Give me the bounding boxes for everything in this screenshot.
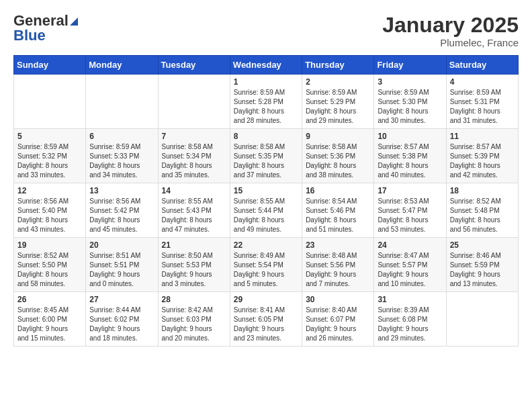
day-number: 7 [162, 132, 226, 141]
weekday-header-saturday: Saturday [446, 56, 518, 75]
day-cell-31: 31Sunrise: 8:39 AM Sunset: 6:08 PM Dayli… [374, 292, 446, 347]
day-number: 28 [162, 295, 226, 304]
day-detail: Sunrise: 8:41 AM Sunset: 6:05 PM Dayligh… [234, 306, 298, 343]
day-number: 4 [450, 77, 515, 87]
day-number: 24 [378, 240, 442, 250]
day-cell-18: 18Sunrise: 8:52 AM Sunset: 5:48 PM Dayli… [446, 183, 518, 238]
day-cell-7: 7Sunrise: 8:58 AM Sunset: 5:34 PM Daylig… [158, 129, 230, 183]
day-number: 12 [17, 186, 82, 195]
week-row-5: 26Sunrise: 8:45 AM Sunset: 6:00 PM Dayli… [14, 292, 519, 347]
day-number: 20 [89, 240, 154, 250]
day-cell-21: 21Sunrise: 8:50 AM Sunset: 5:53 PM Dayli… [158, 238, 230, 292]
day-detail: Sunrise: 8:48 AM Sunset: 5:56 PM Dayligh… [306, 251, 370, 289]
day-number: 22 [234, 240, 298, 250]
logo-general-text: General [13, 13, 69, 28]
week-row-4: 19Sunrise: 8:52 AM Sunset: 5:50 PM Dayli… [14, 238, 519, 292]
empty-cell [158, 75, 230, 129]
day-cell-9: 9Sunrise: 8:58 AM Sunset: 5:36 PM Daylig… [302, 129, 374, 183]
week-row-1: 1Sunrise: 8:59 AM Sunset: 5:28 PM Daylig… [14, 75, 519, 129]
day-detail: Sunrise: 8:58 AM Sunset: 5:35 PM Dayligh… [234, 142, 298, 180]
day-cell-2: 2Sunrise: 8:59 AM Sunset: 5:29 PM Daylig… [302, 75, 374, 129]
day-number: 23 [306, 240, 370, 250]
day-cell-28: 28Sunrise: 8:42 AM Sunset: 6:03 PM Dayli… [158, 292, 230, 347]
calendar-table: SundayMondayTuesdayWednesdayThursdayFrid… [13, 55, 519, 347]
day-detail: Sunrise: 8:50 AM Sunset: 5:53 PM Dayligh… [162, 251, 226, 289]
day-cell-12: 12Sunrise: 8:56 AM Sunset: 5:40 PM Dayli… [14, 183, 86, 238]
day-cell-23: 23Sunrise: 8:48 AM Sunset: 5:56 PM Dayli… [302, 238, 374, 292]
day-cell-24: 24Sunrise: 8:47 AM Sunset: 5:57 PM Dayli… [374, 238, 446, 292]
weekday-header-friday: Friday [374, 56, 446, 75]
day-detail: Sunrise: 8:52 AM Sunset: 5:48 PM Dayligh… [450, 197, 515, 234]
day-number: 10 [378, 132, 442, 141]
day-number: 1 [234, 77, 298, 87]
weekday-header-tuesday: Tuesday [158, 56, 230, 75]
day-cell-19: 19Sunrise: 8:52 AM Sunset: 5:50 PM Dayli… [14, 238, 86, 292]
day-number: 29 [234, 295, 298, 304]
day-cell-26: 26Sunrise: 8:45 AM Sunset: 6:00 PM Dayli… [14, 292, 86, 347]
day-cell-11: 11Sunrise: 8:57 AM Sunset: 5:39 PM Dayli… [446, 129, 518, 183]
title-area: January 2025 Plumelec, France [382, 13, 519, 48]
day-detail: Sunrise: 8:54 AM Sunset: 5:46 PM Dayligh… [306, 197, 370, 234]
day-number: 11 [450, 132, 515, 141]
day-cell-14: 14Sunrise: 8:55 AM Sunset: 5:43 PM Dayli… [158, 183, 230, 238]
day-number: 15 [234, 186, 298, 195]
day-detail: Sunrise: 8:45 AM Sunset: 6:00 PM Dayligh… [17, 306, 82, 343]
weekday-header-monday: Monday [86, 56, 158, 75]
week-row-2: 5Sunrise: 8:59 AM Sunset: 5:32 PM Daylig… [14, 129, 519, 183]
day-cell-3: 3Sunrise: 8:59 AM Sunset: 5:30 PM Daylig… [374, 75, 446, 129]
day-cell-8: 8Sunrise: 8:58 AM Sunset: 5:35 PM Daylig… [230, 129, 302, 183]
day-cell-27: 27Sunrise: 8:44 AM Sunset: 6:02 PM Dayli… [86, 292, 158, 347]
day-cell-16: 16Sunrise: 8:54 AM Sunset: 5:46 PM Dayli… [302, 183, 374, 238]
day-number: 17 [378, 186, 442, 195]
day-number: 2 [306, 77, 370, 87]
day-detail: Sunrise: 8:58 AM Sunset: 5:36 PM Dayligh… [306, 142, 370, 180]
day-cell-4: 4Sunrise: 8:59 AM Sunset: 5:31 PM Daylig… [446, 75, 518, 129]
day-number: 25 [450, 240, 515, 250]
page-header: General Blue January 2025 Plumelec, Fran… [13, 13, 519, 48]
day-number: 16 [306, 186, 370, 195]
day-detail: Sunrise: 8:56 AM Sunset: 5:42 PM Dayligh… [89, 197, 154, 234]
day-cell-10: 10Sunrise: 8:57 AM Sunset: 5:38 PM Dayli… [374, 129, 446, 183]
day-number: 5 [17, 132, 82, 141]
day-number: 3 [378, 77, 442, 87]
day-number: 21 [162, 240, 226, 250]
day-cell-29: 29Sunrise: 8:41 AM Sunset: 6:05 PM Dayli… [230, 292, 302, 347]
day-detail: Sunrise: 8:55 AM Sunset: 5:43 PM Dayligh… [162, 197, 226, 234]
day-detail: Sunrise: 8:47 AM Sunset: 5:57 PM Dayligh… [378, 251, 442, 289]
day-number: 8 [234, 132, 298, 141]
day-cell-17: 17Sunrise: 8:53 AM Sunset: 5:47 PM Dayli… [374, 183, 446, 238]
day-cell-1: 1Sunrise: 8:59 AM Sunset: 5:28 PM Daylig… [230, 75, 302, 129]
logo-blue-text: Blue [13, 28, 46, 43]
day-detail: Sunrise: 8:59 AM Sunset: 5:30 PM Dayligh… [378, 88, 442, 126]
day-cell-5: 5Sunrise: 8:59 AM Sunset: 5:32 PM Daylig… [14, 129, 86, 183]
month-title: January 2025 [382, 13, 519, 37]
location-subtitle: Plumelec, France [382, 37, 519, 48]
day-detail: Sunrise: 8:59 AM Sunset: 5:29 PM Dayligh… [306, 88, 370, 126]
weekday-header-wednesday: Wednesday [230, 56, 302, 75]
weekday-header-row: SundayMondayTuesdayWednesdayThursdayFrid… [14, 56, 519, 75]
day-number: 6 [89, 132, 154, 141]
day-number: 30 [306, 295, 370, 304]
day-detail: Sunrise: 8:57 AM Sunset: 5:38 PM Dayligh… [378, 142, 442, 180]
day-cell-6: 6Sunrise: 8:59 AM Sunset: 5:33 PM Daylig… [86, 129, 158, 183]
day-detail: Sunrise: 8:58 AM Sunset: 5:34 PM Dayligh… [162, 142, 226, 180]
day-detail: Sunrise: 8:59 AM Sunset: 5:33 PM Dayligh… [89, 142, 154, 180]
day-cell-22: 22Sunrise: 8:49 AM Sunset: 5:54 PM Dayli… [230, 238, 302, 292]
day-detail: Sunrise: 8:53 AM Sunset: 5:47 PM Dayligh… [378, 197, 442, 234]
logo-triangle-icon [69, 15, 79, 28]
day-detail: Sunrise: 8:56 AM Sunset: 5:40 PM Dayligh… [17, 197, 82, 234]
svg-marker-0 [70, 17, 78, 26]
empty-cell [446, 292, 518, 347]
day-detail: Sunrise: 8:59 AM Sunset: 5:32 PM Dayligh… [17, 142, 82, 180]
weekday-header-sunday: Sunday [14, 56, 86, 75]
day-number: 31 [378, 295, 442, 304]
day-detail: Sunrise: 8:55 AM Sunset: 5:44 PM Dayligh… [234, 197, 298, 234]
day-detail: Sunrise: 8:57 AM Sunset: 5:39 PM Dayligh… [450, 142, 515, 180]
day-number: 13 [89, 186, 154, 195]
day-number: 19 [17, 240, 82, 250]
day-detail: Sunrise: 8:46 AM Sunset: 5:59 PM Dayligh… [450, 251, 515, 289]
day-detail: Sunrise: 8:39 AM Sunset: 6:08 PM Dayligh… [378, 306, 442, 343]
day-detail: Sunrise: 8:42 AM Sunset: 6:03 PM Dayligh… [162, 306, 226, 343]
day-cell-15: 15Sunrise: 8:55 AM Sunset: 5:44 PM Dayli… [230, 183, 302, 238]
logo: General Blue [13, 13, 79, 43]
